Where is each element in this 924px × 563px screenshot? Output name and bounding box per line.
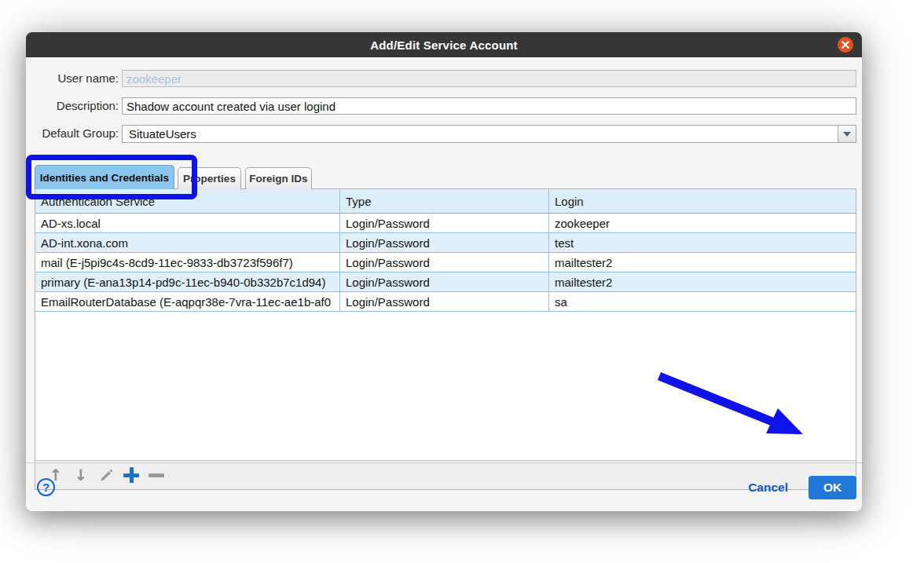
table-row[interactable]: AD-int.xona.com Login/Password test [35,233,856,253]
help-button[interactable]: ? [37,478,55,496]
chevron-down-icon [843,132,851,137]
table-row[interactable]: AD-xs.local Login/Password zookeeper [35,214,856,233]
username-label: User name: [32,70,119,87]
cell-login: zookeeper [548,214,856,232]
cell-service: EmailRouterDatabase (E-aqpqr38e-7vra-11e… [35,292,339,311]
cell-type: Login/Password [339,233,548,252]
default-group-select[interactable]: SituateUsers [122,125,856,143]
column-header-login[interactable]: Login [548,189,856,213]
cell-service: AD-xs.local [35,214,339,232]
cell-service: primary (E-ana13p14-pd9c-11ec-b940-0b332… [35,272,339,291]
table-row[interactable]: EmailRouterDatabase (E-aqpqr38e-7vra-11e… [35,292,856,312]
tab-properties[interactable]: Properties [178,167,241,189]
cell-login: test [548,233,856,252]
description-label: Description: [32,97,119,115]
close-button[interactable] [838,37,853,53]
default-group-value: SituateUsers [129,126,196,142]
cell-login: mailtester2 [548,253,856,272]
cell-type: Login/Password [339,292,548,311]
cell-login: sa [548,292,856,311]
cell-type: Login/Password [339,214,548,232]
footer: ? Cancel OK [26,463,862,511]
description-field[interactable] [122,97,856,115]
cell-service: AD-int.xona.com [35,233,339,252]
cell-login: mailtester2 [548,272,856,291]
help-icon: ? [42,481,50,494]
tab-label: Properties [183,173,236,185]
column-header-authentication-service[interactable]: Authenticaion Service [35,189,339,213]
default-group-label: Default Group: [32,125,119,142]
tab-foreign-ids[interactable]: Foreign IDs [245,167,312,189]
cell-type: Login/Password [339,272,548,291]
credentials-table: Authenticaion Service Type Login AD-xs.l… [35,188,856,490]
cell-type: Login/Password [339,253,548,272]
username-field[interactable] [122,70,856,87]
tab-label: Foreign IDs [249,173,307,185]
ok-button[interactable]: OK [808,476,856,499]
table-row[interactable]: mail (E-j5pi9c4s-8cd9-11ec-9833-db3723f5… [35,253,856,272]
default-group-dropdown-button[interactable] [838,126,856,142]
tab-identities-and-credentials[interactable]: Identities and Credentials [35,165,174,189]
titlebar[interactable]: Add/Edit Service Account [26,32,862,57]
column-header-type[interactable]: Type [339,189,548,213]
table-row[interactable]: primary (E-ana13p14-pd9c-11ec-b940-0b332… [35,272,856,292]
close-icon [838,37,853,53]
table-header-row: Authenticaion Service Type Login [35,189,856,214]
add-edit-service-account-dialog: Add/Edit Service Account User name: Desc… [26,32,862,511]
cancel-button[interactable]: Cancel [748,481,788,495]
dialog-title: Add/Edit Service Account [370,38,518,52]
cell-service: mail (E-j5pi9c4s-8cd9-11ec-9833-db3723f5… [35,253,339,272]
tab-label: Identities and Credentials [40,172,169,184]
desktop: Add/Edit Service Account User name: Desc… [0,0,924,563]
